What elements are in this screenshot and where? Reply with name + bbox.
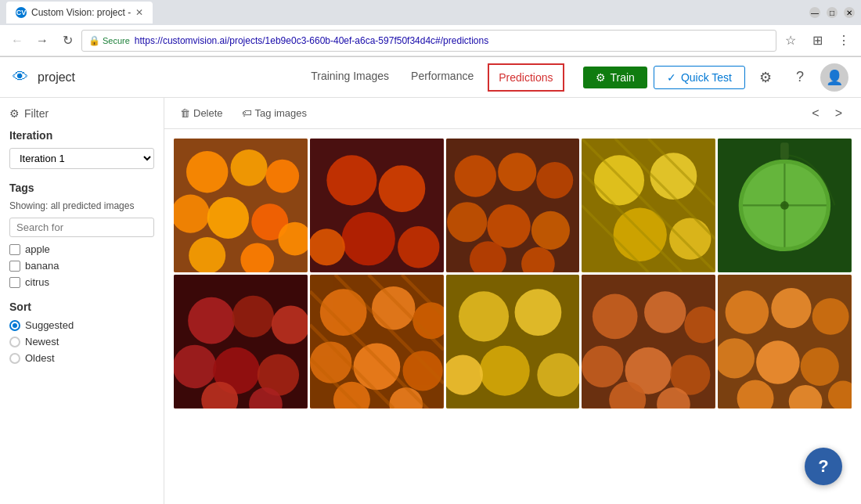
svg-point-20 [447, 202, 487, 242]
search-input[interactable] [9, 218, 154, 237]
iteration-select[interactable]: Iteration 1 [9, 148, 154, 169]
filter-icon: ⚙ [9, 107, 20, 120]
tag-checkbox-apple[interactable] [9, 244, 20, 255]
sort-suggested[interactable]: Suggested [9, 319, 154, 331]
refresh-btn[interactable]: ↻ [56, 30, 78, 52]
secure-text: Secure [103, 36, 130, 45]
header-actions: ⚙ Train ✓ Quick Test ⚙ ? 👤 [583, 63, 849, 92]
svg-point-56 [353, 343, 400, 390]
svg-point-82 [726, 290, 769, 334]
back-btn[interactable]: ← [6, 30, 28, 52]
user-avatar[interactable]: 👤 [820, 63, 848, 92]
nav-performance[interactable]: Performance [400, 57, 485, 97]
address-text: https://customvision.ai/projects/1eb9e0c… [135, 35, 769, 46]
sort-oldest[interactable]: Oldest [9, 352, 154, 364]
svg-point-17 [454, 155, 495, 196]
radio-oldest[interactable] [9, 353, 20, 364]
train-button[interactable]: ⚙ Train [583, 67, 647, 88]
tag-label-citrus: citrus [25, 276, 49, 288]
image-item-7[interactable] [310, 275, 444, 409]
minimize-btn[interactable]: — [809, 7, 820, 18]
secure-badge: 🔒 Secure [88, 35, 130, 46]
sort-oldest-label: Oldest [25, 352, 55, 364]
svg-point-70 [537, 353, 579, 397]
svg-point-5 [207, 197, 249, 239]
tab-favicon: CV [16, 7, 27, 18]
tag-label-banana: banana [25, 260, 59, 272]
help-fab-btn[interactable]: ? [805, 448, 842, 485]
windows-btn[interactable]: ⊞ [806, 30, 828, 52]
help-fab-icon: ? [818, 456, 828, 477]
image-grid [164, 129, 861, 418]
svg-point-43 [188, 297, 235, 344]
extensions-btn[interactable]: ⋮ [833, 30, 855, 52]
app-logo: 👁 project [13, 68, 75, 87]
tag-item-citrus[interactable]: citrus [9, 276, 154, 288]
svg-point-8 [189, 237, 225, 272]
svg-point-13 [341, 212, 394, 265]
quick-test-button[interactable]: ✓ Quick Test [654, 66, 745, 89]
image-item-9[interactable] [582, 275, 715, 409]
image-item-8[interactable] [446, 275, 580, 409]
svg-point-53 [372, 286, 416, 330]
window-controls: — □ ✕ [809, 7, 855, 18]
image-item-5[interactable] [718, 139, 852, 272]
train-icon: ⚙ [596, 71, 606, 84]
image-item-1[interactable] [174, 139, 308, 272]
svg-point-83 [772, 288, 812, 328]
pagination-controls: < > [805, 105, 848, 122]
svg-point-3 [265, 160, 299, 193]
tag-checkbox-banana[interactable] [9, 261, 20, 272]
image-item-3[interactable] [446, 139, 580, 272]
svg-point-12 [378, 165, 425, 212]
lock-icon: 🔒 [88, 35, 100, 46]
iteration-label: Iteration [9, 129, 154, 142]
svg-point-73 [593, 293, 638, 339]
tag-item-banana[interactable]: banana [9, 260, 154, 272]
radio-newest[interactable] [9, 337, 20, 347]
content-toolbar: 🗑 Delete 🏷 Tag images < > [164, 98, 861, 129]
title-bar: CV Custom Vision: project - ✕ — □ ✕ [0, 0, 861, 25]
prev-page-btn[interactable]: < [805, 105, 825, 122]
tag-checkbox-citrus[interactable] [9, 277, 20, 288]
close-btn[interactable]: ✕ [844, 7, 855, 18]
sort-suggested-label: Suggested [25, 319, 74, 331]
svg-point-57 [402, 351, 442, 391]
svg-point-74 [644, 291, 686, 333]
maximize-btn[interactable]: □ [827, 7, 838, 18]
address-bar[interactable]: 🔒 Secure https://customvision.ai/project… [81, 30, 776, 52]
nav-predictions[interactable]: Predictions [488, 63, 564, 92]
sort-section: Sort Suggested Newest Oldest [9, 301, 154, 364]
app-name: project [38, 70, 75, 85]
browser-tab[interactable]: CV Custom Vision: project - ✕ [6, 2, 153, 23]
tab-title: Custom Vision: project - [31, 7, 131, 18]
tag-images-btn[interactable]: 🏷 Tag images [239, 104, 310, 122]
tag-icon: 🏷 [242, 107, 252, 119]
svg-point-67 [459, 291, 509, 341]
help-btn[interactable]: ? [786, 63, 814, 92]
next-page-btn[interactable]: > [829, 105, 848, 122]
image-item-10[interactable] [718, 275, 852, 409]
svg-point-46 [174, 344, 216, 388]
forward-btn[interactable]: → [31, 30, 53, 52]
filter-label: Filter [24, 107, 49, 120]
tag-item-apple[interactable]: apple [9, 243, 154, 255]
image-item-4[interactable] [582, 139, 715, 272]
image-item-2[interactable] [310, 139, 444, 272]
app-nav: Training Images Performance Predictions [300, 57, 567, 97]
tags-label: Tags [9, 182, 154, 194]
settings-btn[interactable]: ⚙ [751, 63, 780, 92]
bookmark-btn[interactable]: ☆ [780, 30, 802, 52]
svg-point-87 [801, 347, 839, 386]
svg-point-14 [398, 226, 439, 268]
tab-close-btn[interactable]: ✕ [135, 7, 143, 18]
radio-suggested[interactable] [9, 320, 20, 331]
svg-point-22 [531, 211, 569, 250]
delete-btn[interactable]: 🗑 Delete [177, 104, 226, 122]
image-item-6[interactable] [174, 275, 308, 409]
svg-point-29 [669, 218, 711, 259]
filter-section[interactable]: ⚙ Filter [9, 107, 154, 120]
nav-training-images[interactable]: Training Images [300, 57, 400, 97]
svg-point-18 [498, 153, 536, 191]
sort-newest[interactable]: Newest [9, 336, 154, 347]
